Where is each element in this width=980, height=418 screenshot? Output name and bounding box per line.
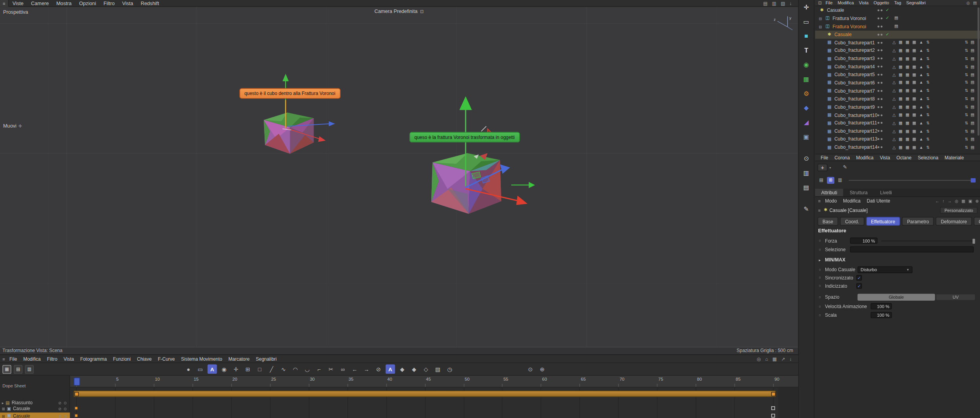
minmax-heading[interactable]: MIN/MAX — [825, 257, 845, 262]
menu-item[interactable]: Vista — [877, 155, 893, 160]
section-tab[interactable]: Effettuatore — [866, 217, 900, 226]
menu-item[interactable]: File — [818, 155, 831, 160]
material-size-slider[interactable] — [849, 180, 976, 181]
selezione-field[interactable] — [850, 246, 974, 252]
menu-item[interactable]: File — [6, 356, 20, 361]
timeline-tool-icon[interactable]: A — [386, 364, 395, 374]
menu-item[interactable]: Chiave — [134, 356, 155, 361]
add-material-button[interactable]: + — [818, 163, 827, 171]
panel-tab[interactable]: Livelli — [874, 189, 898, 196]
visibility-dots[interactable] — [878, 58, 883, 60]
object-tag-icons[interactable]: △ ▦ ▦ ▦ ▲ ⇅ — [892, 72, 931, 77]
object-row[interactable]: Cubo_fracturepart8 △ ▦ ▦ ▦ ▲ ⇅ ⇅ ▤ — [815, 95, 980, 103]
palette-tool-button[interactable]: ▭ — [801, 16, 812, 27]
object-tag-icons[interactable]: △ ▦ ▦ ▦ ▲ ⇅ — [892, 97, 931, 102]
timeline-tool-icon[interactable]: → — [362, 364, 371, 374]
track-name[interactable]: Casuale — [13, 406, 30, 411]
anim-dot-icon[interactable]: ○ — [819, 305, 821, 308]
timeline-tool-icon[interactable]: ▧ — [433, 364, 443, 374]
row-extra-icons[interactable]: ⇅ ▤ — [965, 40, 975, 45]
visibility-dots[interactable] — [878, 74, 883, 76]
visibility-dots[interactable] — [878, 66, 883, 68]
object-name[interactable]: Cubo_fracturepart6 — [834, 80, 875, 86]
row-extra-icons[interactable]: ⇅ ▤ — [965, 113, 975, 118]
object-name[interactable]: Cubo_fracturepart1 — [834, 40, 875, 45]
object-row[interactable]: Cubo_fracturepart6 △ ▦ ▦ ▦ ▲ ⇅ ⇅ ▤ — [815, 79, 980, 87]
timeline-track-row[interactable] — [70, 391, 798, 397]
object-tag-icons[interactable]: △ ▦ ▦ ▦ ▲ ⇅ — [892, 48, 931, 53]
scala-value-field[interactable]: 100 % — [871, 312, 892, 318]
menu-item[interactable]: File — [823, 1, 835, 5]
object-name[interactable]: Cubo_fracturepart4 — [834, 64, 875, 69]
playhead[interactable] — [74, 378, 80, 386]
menubar-icon[interactable]: ▧ — [781, 0, 785, 6]
menu-item[interactable]: Tag — [892, 1, 904, 5]
object-row[interactable]: Cubo_fracturepart4 △ ▦ ▦ ▦ ▲ ⇅ ⇅ ▤ — [815, 63, 980, 71]
timeline-track-area[interactable] — [70, 387, 798, 418]
palette-tool-button[interactable]: ▦ — [801, 74, 812, 84]
view-mode-button[interactable]: ▥ — [836, 177, 844, 184]
modo-casuale-dropdown[interactable]: Disturbo ▼ — [858, 266, 912, 273]
row-extra-icons[interactable]: ⇅ ▤ — [965, 129, 975, 134]
menu-item[interactable]: Marcatore — [225, 356, 253, 361]
object-tag-icons[interactable]: △ ▦ ▦ ▦ ▲ ⇅ — [892, 64, 931, 69]
object-row[interactable]: Cubo_fracturepart13 △ ▦ ▦ ▦ ▲ ⇅ ⇅ ▤ — [815, 135, 980, 143]
palette-tool-button[interactable]: ✎ — [801, 204, 812, 214]
menubar-icon[interactable]: ↓ — [790, 0, 792, 6]
anim-dot-icon[interactable]: ○ — [819, 248, 821, 252]
visibility-dots[interactable] — [878, 17, 883, 19]
object-row[interactable]: Cubo_fracturepart3 △ ▦ ▦ ▦ ▲ ⇅ ⇅ ▤ — [815, 55, 980, 63]
object-tag-icons[interactable]: △ ▦ ▦ ▦ ▲ ⇅ — [892, 88, 931, 93]
menu-item[interactable]: Vista — [119, 0, 137, 6]
mode-menu-icon[interactable]: ≡ — [817, 199, 822, 203]
anim-dot-icon[interactable]: ○ — [819, 295, 821, 299]
timeline-tool-icon[interactable]: ∿ — [279, 364, 288, 374]
camera-menu-icon[interactable]: ⊡ — [420, 9, 423, 14]
visibility-dots[interactable] — [878, 42, 883, 44]
anim-dot-icon[interactable]: ○ — [819, 268, 821, 272]
object-tag-icons[interactable]: △ ▦ ▦ ▦ ▲ ⇅ — [892, 113, 931, 118]
timeline-tool-icon[interactable]: ∞ — [338, 364, 348, 374]
timeline-tool-icon[interactable]: ⊘ — [374, 364, 383, 374]
keyframe[interactable] — [771, 413, 775, 417]
menu-item[interactable]: Sistema Movimento — [178, 356, 225, 361]
object-name[interactable]: Casuale — [827, 7, 844, 13]
panel-icon[interactable]: ◎ — [966, 0, 970, 5]
object-tag-icons[interactable]: △ ▦ ▦ ▦ ▲ ⇅ — [892, 40, 931, 45]
row-extra-icons[interactable]: ⇅ ▤ — [965, 104, 975, 110]
menu-item[interactable]: Vista — [856, 1, 871, 5]
hamburger-icon[interactable]: ≡ — [0, 0, 9, 7]
history-nav-icon[interactable]: ▣ — [968, 199, 972, 204]
object-tag-icons[interactable]: △ ▦ ▦ ▦ ▲ ⇅ — [892, 56, 931, 61]
timeline-tool-icon[interactable]: ◡ — [303, 364, 312, 374]
visibility-dots[interactable] — [878, 122, 883, 124]
spazio-globale-button[interactable]: Globale — [858, 294, 935, 301]
timeline-track-row[interactable] — [70, 405, 798, 411]
row-extra-icons[interactable]: ⇅ ▤ — [965, 145, 975, 150]
object-row[interactable]: Cubo_fracturepart5 △ ▦ ▦ ▦ ▲ ⇅ ⇅ ▤ — [815, 71, 980, 79]
palette-tool-button[interactable]: ⚙ — [801, 88, 812, 99]
document-tag-icon[interactable]: ▤ — [894, 16, 898, 21]
keyframe[interactable] — [75, 392, 79, 396]
palette-tool-button[interactable]: ✛ — [801, 2, 812, 13]
timeline-tool-icon[interactable]: ╱ — [267, 364, 276, 374]
keyframe[interactable] — [75, 406, 78, 410]
edit-pencil-icon[interactable]: ✎ — [843, 164, 847, 170]
timeline-panel-icon[interactable]: ↗ — [781, 356, 785, 361]
object-row[interactable]: Cubo_fracturepart12 △ ▦ ▦ ▦ ▲ ⇅ ⇅ ▤ — [815, 127, 980, 135]
slider-handle[interactable] — [971, 178, 976, 182]
timeline-panel-icon[interactable]: ◎ — [757, 356, 761, 361]
object-tag-icons[interactable]: △ ▦ ▦ ▦ ▲ ⇅ — [892, 145, 931, 150]
history-nav-icon[interactable]: ▦ — [962, 199, 965, 204]
expander-icon[interactable]: ⊟ — [819, 24, 824, 29]
timeline-tool-icon[interactable]: ⊞ — [243, 364, 252, 374]
object-row[interactable]: Cubo_fracturepart11 △ ▦ ▦ ▦ ▲ ⇅ ⇅ ▤ — [815, 119, 980, 127]
track-label-row[interactable]: ⊞▣Casuale⊘ ⊙ — [0, 405, 70, 412]
visibility-dots[interactable] — [878, 114, 883, 116]
row-extra-icons[interactable]: ⇅ ▤ — [965, 80, 975, 86]
visibility-dots[interactable] — [878, 82, 883, 84]
object-name[interactable]: Cubo_fracturepart11 — [834, 120, 877, 126]
section-tab[interactable]: Coord. — [840, 217, 864, 226]
menu-item[interactable]: Camere — [27, 0, 52, 6]
view-mode-button[interactable]: ⊞ — [827, 177, 834, 184]
